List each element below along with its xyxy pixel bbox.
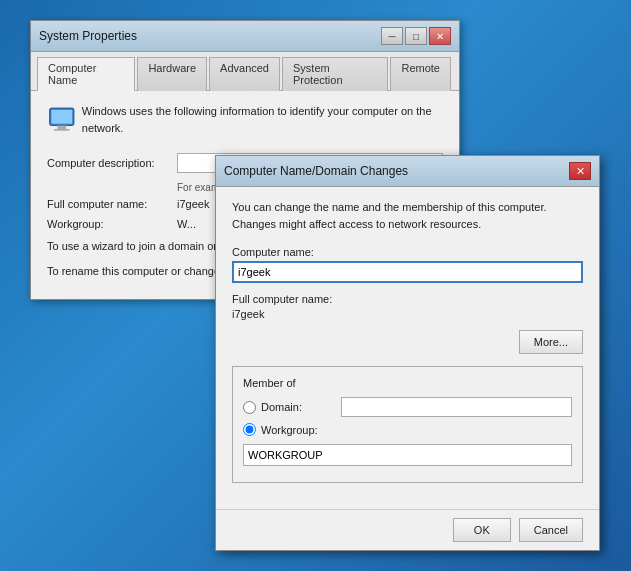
domain-input[interactable] (341, 397, 572, 417)
workgroup-radio-row: Workgroup: (243, 423, 572, 466)
workgroup-label: Workgroup: (47, 218, 177, 230)
svg-rect-1 (51, 110, 72, 124)
system-props-title: System Properties (39, 29, 137, 43)
computer-name-label: Computer name: (232, 246, 583, 258)
system-props-titlebar: System Properties ─ □ ✕ (31, 21, 459, 52)
tab-system-protection[interactable]: System Protection (282, 57, 388, 91)
info-row: Windows uses the following information t… (47, 103, 443, 141)
domain-radio-row: Domain: (243, 397, 572, 417)
more-button[interactable]: More... (519, 330, 583, 354)
more-btn-row: More... (232, 330, 583, 354)
dialog-description: You can change the name and the membersh… (232, 199, 583, 232)
workgroup-radio[interactable] (243, 423, 256, 436)
tab-remote[interactable]: Remote (390, 57, 451, 91)
full-name-value: i7geek (177, 198, 209, 210)
dialog-close-icon: ✕ (576, 165, 585, 178)
dialog-content: You can change the name and the membersh… (216, 187, 599, 509)
computer-icon (47, 103, 82, 141)
workgroup-input[interactable] (243, 444, 572, 466)
svg-rect-2 (57, 125, 66, 128)
minimize-icon: ─ (388, 31, 395, 42)
tab-hardware[interactable]: Hardware (137, 57, 207, 91)
svg-rect-3 (54, 129, 70, 131)
ok-button[interactable]: OK (453, 518, 511, 542)
workgroup-radio-label: Workgroup: (261, 424, 341, 436)
cancel-button[interactable]: Cancel (519, 518, 583, 542)
domain-changes-dialog: Computer Name/Domain Changes ✕ You can c… (215, 155, 600, 551)
full-name-label: Full computer name: (47, 198, 177, 210)
maximize-button[interactable]: □ (405, 27, 427, 45)
dialog-close-button[interactable]: ✕ (569, 162, 591, 180)
close-icon: ✕ (436, 31, 444, 42)
close-button[interactable]: ✕ (429, 27, 451, 45)
member-of-title: Member of (243, 377, 572, 389)
computer-name-input[interactable] (232, 261, 583, 283)
dialog-titlebar: Computer Name/Domain Changes ✕ (216, 156, 599, 187)
workgroup-value: W... (177, 218, 196, 230)
member-of-group: Member of Domain: Workgroup: (232, 366, 583, 483)
tab-bar: Computer Name Hardware Advanced System P… (31, 52, 459, 91)
system-props-titlebar-buttons: ─ □ ✕ (381, 27, 451, 45)
info-text: Windows uses the following information t… (82, 103, 443, 136)
domain-label: Domain: (261, 401, 341, 413)
full-computer-name-label: Full computer name: (232, 293, 583, 305)
description-label: Computer description: (47, 157, 177, 169)
dialog-title: Computer Name/Domain Changes (224, 164, 408, 178)
dialog-footer: OK Cancel (216, 509, 599, 550)
minimize-button[interactable]: ─ (381, 27, 403, 45)
tab-advanced[interactable]: Advanced (209, 57, 280, 91)
full-computer-name-value: i7geek (232, 308, 583, 320)
tab-computer-name[interactable]: Computer Name (37, 57, 135, 91)
domain-radio[interactable] (243, 401, 256, 414)
maximize-icon: □ (413, 31, 419, 42)
